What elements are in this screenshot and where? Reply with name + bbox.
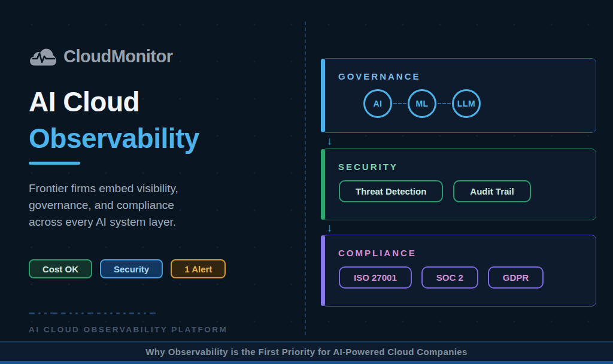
chip-gdpr[interactable]: GDPR [488, 266, 544, 289]
panel-security: SECURITY Threat Detection Audit Trail [322, 148, 596, 220]
governance-accent-bar [321, 59, 325, 132]
node-connector [438, 103, 451, 104]
footer-accent-strip [0, 361, 613, 364]
chip-audit-trail[interactable]: Audit Trail [453, 180, 530, 202]
flow-arrow-1: ↓ [322, 133, 596, 148]
compliance-accent-bar [321, 235, 325, 306]
panel-compliance: COMPLIANCE ISO 27001 SOC 2 GDPR [322, 235, 596, 307]
flow-arrow-2: ↓ [322, 220, 596, 235]
arrow-down-icon: ↓ [327, 135, 333, 147]
security-accent-bar [321, 149, 325, 220]
security-title: SECURITY [323, 149, 596, 172]
morse-divider [29, 313, 156, 314]
node-ml[interactable]: ML [408, 89, 436, 118]
footer-title: Why Observability is the First Priority … [145, 347, 468, 357]
status-badge-cost[interactable]: Cost OK [29, 259, 92, 278]
diagram-column: GOVERNANCE AI ML LLM ↓ SECURITY Threat D… [322, 58, 596, 307]
cloud-pulse-logo-icon [29, 46, 59, 67]
title-underline [29, 162, 80, 165]
status-badge-alert[interactable]: 1 Alert [171, 259, 226, 278]
chip-soc-2[interactable]: SOC 2 [421, 266, 478, 289]
governance-node-row: AI ML LLM [323, 89, 596, 118]
hero-section: CloudMonitor AI Cloud Observability Fron… [29, 46, 280, 278]
panel-governance: GOVERNANCE AI ML LLM [322, 58, 596, 133]
brand-name: CloudMonitor [63, 47, 172, 66]
arrow-down-icon: ↓ [327, 222, 333, 233]
platform-label: AI CLOUD OBSERVABILITY PLATFORM [29, 325, 227, 334]
compliance-title: COMPLIANCE [323, 235, 596, 258]
node-llm[interactable]: LLM [452, 89, 481, 118]
footer-bar: Why Observability is the First Priority … [0, 341, 613, 361]
brand: CloudMonitor [29, 46, 280, 67]
security-chip-row: Threat Detection Audit Trail [323, 180, 596, 202]
chip-iso-27001[interactable]: ISO 27001 [339, 266, 412, 289]
status-badge-security[interactable]: Security [100, 259, 163, 278]
compliance-chip-row: ISO 27001 SOC 2 GDPR [323, 266, 596, 289]
vertical-divider [305, 22, 306, 335]
node-connector [393, 103, 406, 104]
hero-description: Frontier firms embed visibility, governa… [29, 180, 202, 230]
status-badge-row: Cost OK Security 1 Alert [29, 259, 280, 278]
node-ai[interactable]: AI [363, 89, 392, 118]
chip-threat-detection[interactable]: Threat Detection [339, 180, 443, 202]
governance-title: GOVERNANCE [323, 59, 596, 81]
page-title-line1: AI Cloud [29, 81, 280, 122]
page-title-line2: Observability [29, 122, 280, 154]
